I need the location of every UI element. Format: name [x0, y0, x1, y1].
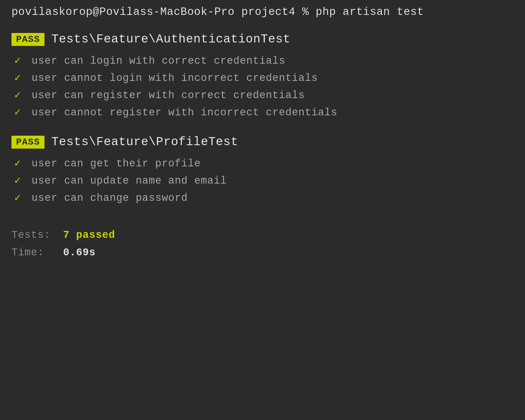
checkmark-icon: ✓ — [14, 89, 26, 101]
time-summary-row: Time: 0.69s — [11, 247, 514, 258]
suite-header-auth-suite: PASSTests\Feature\AuthenticationTest — [11, 32, 514, 46]
checkmark-icon: ✓ — [14, 54, 26, 67]
time-label: Time: — [11, 247, 52, 258]
test-name: user can change password — [32, 192, 188, 204]
tests-label: Tests: — [11, 229, 52, 241]
time-value: 0.69s — [63, 247, 96, 258]
test-suite-auth-suite: PASSTests\Feature\AuthenticationTest✓use… — [11, 32, 514, 121]
terminal-window: povilaskorop@Povilass-MacBook-Pro projec… — [11, 6, 514, 258]
test-list-auth-suite: ✓user can login with correct credentials… — [11, 52, 514, 121]
test-name: user can update name and email — [32, 175, 227, 187]
test-item: ✓user can get their profile — [14, 155, 514, 172]
test-name: user can get their profile — [32, 158, 201, 170]
checkmark-icon: ✓ — [14, 157, 26, 170]
suite-name-auth-suite: Tests\Feature\AuthenticationTest — [51, 32, 290, 46]
pass-badge-auth-suite: PASS — [11, 33, 44, 46]
test-item: ✓user can register with correct credenti… — [14, 86, 514, 104]
tests-value: 7 passed — [63, 229, 115, 241]
test-suite-profile-suite: PASSTests\Feature\ProfileTest✓user can g… — [11, 135, 514, 206]
test-item: ✓user can login with correct credentials — [14, 52, 514, 69]
test-name: user cannot login with incorrect credent… — [32, 72, 318, 84]
checkmark-icon: ✓ — [14, 106, 26, 118]
test-item: ✓user cannot login with incorrect creden… — [14, 69, 514, 86]
test-list-profile-suite: ✓user can get their profile✓user can upd… — [11, 155, 514, 206]
test-item: ✓user can change password — [14, 189, 514, 206]
terminal-command: povilaskorop@Povilass-MacBook-Pro projec… — [11, 6, 514, 18]
summary-section: Tests: 7 passed Time: 0.69s — [11, 223, 514, 258]
pass-badge-profile-suite: PASS — [11, 136, 44, 149]
tests-summary-row: Tests: 7 passed — [11, 229, 514, 241]
checkmark-icon: ✓ — [14, 174, 26, 187]
test-item: ✓user cannot register with incorrect cre… — [14, 104, 514, 121]
test-name: user can login with correct credentials — [32, 55, 285, 67]
checkmark-icon: ✓ — [14, 71, 26, 84]
test-name: user cannot register with incorrect cred… — [32, 107, 337, 118]
suite-header-profile-suite: PASSTests\Feature\ProfileTest — [11, 135, 514, 149]
suite-name-profile-suite: Tests\Feature\ProfileTest — [51, 135, 238, 149]
test-name: user can register with correct credentia… — [32, 90, 305, 101]
test-suites-container: PASSTests\Feature\AuthenticationTest✓use… — [11, 32, 514, 206]
test-item: ✓user can update name and email — [14, 172, 514, 189]
checkmark-icon: ✓ — [14, 191, 26, 204]
